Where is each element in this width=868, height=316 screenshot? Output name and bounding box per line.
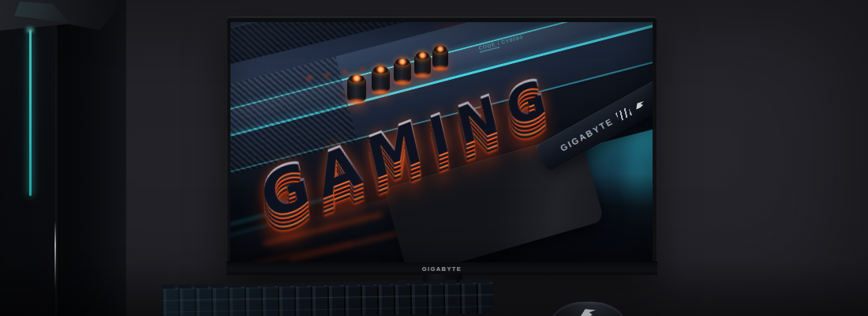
aorus-falcon-icon [633, 99, 647, 111]
headline-letter: A [312, 137, 365, 203]
tower-led-glow-dot [26, 28, 34, 32]
monitor: CODE / CY8080 G A M I N G GIGABYTE [226, 17, 657, 275]
aorus-falcon-icon [577, 307, 598, 316]
monitor-screen: CODE / CY8080 G A M I N G GIGABYTE [230, 22, 653, 262]
headline-letter: G [503, 73, 550, 130]
headline-letter: I [425, 107, 454, 160]
wing-stripes [615, 107, 633, 122]
headline-letter: M [364, 115, 426, 183]
tower-led-strip [29, 30, 32, 196]
keyboard [162, 282, 494, 316]
headline-letter: N [453, 89, 503, 149]
